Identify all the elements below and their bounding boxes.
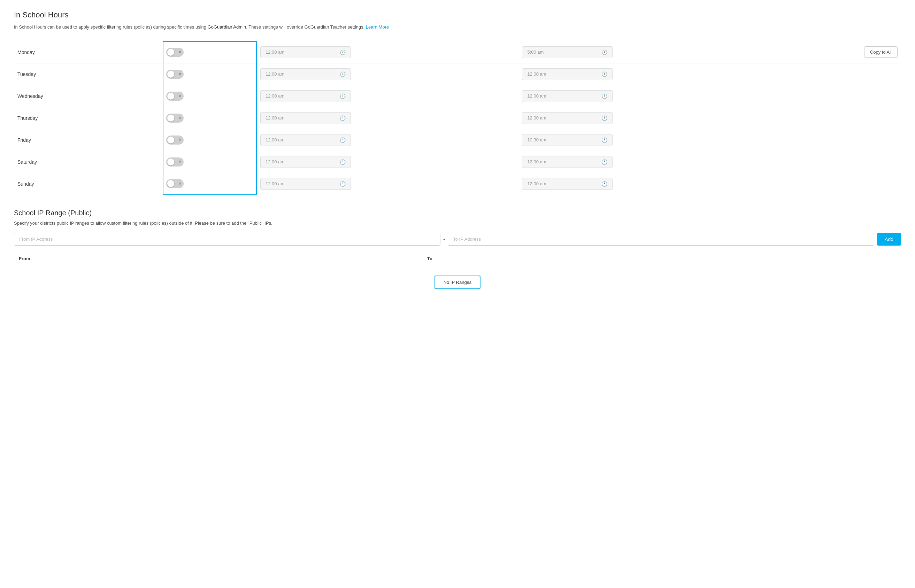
end-time-cell-tuesday: 12:00 am 🕐 <box>519 63 780 85</box>
schedule-row-saturday: Saturday ✕ 12:00 am 🕐 <box>14 151 901 173</box>
copy-to-all-button[interactable]: Copy to All <box>864 46 897 58</box>
copy-cell-tuesday <box>780 63 901 85</box>
start-time-input-thursday[interactable]: 12:00 am 🕐 <box>260 112 351 124</box>
day-label-sunday: Sunday <box>14 173 163 195</box>
toggle-cell-friday: ✕ <box>163 129 257 151</box>
day-label-friday: Friday <box>14 129 163 151</box>
toggle-cell-wednesday: ✕ <box>163 85 257 107</box>
toggle-cell-tuesday: ✕ <box>163 63 257 85</box>
to-ip-input[interactable] <box>448 233 874 246</box>
copy-cell-monday: Copy to All <box>780 42 901 63</box>
schedule-row-thursday: Thursday ✕ 12:00 am 🕐 <box>14 107 901 129</box>
start-time-input-tuesday[interactable]: 12:00 am 🕐 <box>260 68 351 80</box>
end-time-input-thursday[interactable]: 12:00 am 🕐 <box>522 112 613 124</box>
clock-icon-start-saturday: 🕐 <box>340 159 346 165</box>
end-time-input-friday[interactable]: 10:30 am 🕐 <box>522 134 613 146</box>
clock-icon-start-wednesday: 🕐 <box>340 94 346 99</box>
day-label-thursday: Thursday <box>14 107 163 129</box>
to-column-header: To <box>422 252 712 265</box>
start-time-input-wednesday[interactable]: 12:00 am 🕐 <box>260 90 351 102</box>
schedule-table: Monday ✕ 12:00 am 🕐 <box>14 41 901 195</box>
ip-range-description: Specify your districts public IP ranges … <box>14 221 901 226</box>
clock-icon-end-saturday: 🕐 <box>601 159 607 165</box>
start-time-input-saturday[interactable]: 12:00 am 🕐 <box>260 156 351 168</box>
end-time-input-saturday[interactable]: 12:00 am 🕐 <box>522 156 613 168</box>
copy-cell-saturday <box>780 151 901 173</box>
no-ip-box: No IP Ranges <box>19 268 896 296</box>
toggle-saturday[interactable]: ✕ <box>166 157 184 166</box>
toggle-sunday[interactable]: ✕ <box>166 179 184 188</box>
day-label-saturday: Saturday <box>14 151 163 173</box>
clock-icon-start-tuesday: 🕐 <box>340 71 346 77</box>
end-time-cell-wednesday: 12:00 am 🕐 <box>519 85 780 107</box>
end-time-input-monday[interactable]: 5:00 am 🕐 <box>522 46 613 58</box>
schedule-row-monday: Monday ✕ 12:00 am 🕐 <box>14 42 901 63</box>
clock-icon-end-friday: 🕐 <box>601 137 607 143</box>
clock-icon-start-friday: 🕐 <box>340 137 346 143</box>
toggle-cell-monday: ✕ <box>163 42 257 63</box>
day-label-wednesday: Wednesday <box>14 85 163 107</box>
start-time-cell-friday: 12:00 am 🕐 <box>257 129 519 151</box>
start-time-cell-monday: 12:00 am 🕐 <box>257 42 519 63</box>
end-time-cell-saturday: 12:00 am 🕐 <box>519 151 780 173</box>
end-time-input-tuesday[interactable]: 12:00 am 🕐 <box>522 68 613 80</box>
end-time-cell-thursday: 12:00 am 🕐 <box>519 107 780 129</box>
day-label-monday: Monday <box>14 42 163 63</box>
ip-range-title: School IP Range (Public) <box>14 209 901 217</box>
start-time-cell-wednesday: 12:00 am 🕐 <box>257 85 519 107</box>
toggle-thursday[interactable]: ✕ <box>166 113 184 123</box>
end-time-cell-friday: 10:30 am 🕐 <box>519 129 780 151</box>
page-title: In School Hours <box>14 10 901 19</box>
start-time-input-monday[interactable]: 12:00 am 🕐 <box>260 46 351 58</box>
end-time-cell-sunday: 12:00 am 🕐 <box>519 173 780 195</box>
clock-icon-start-monday: 🕐 <box>340 50 346 55</box>
no-ip-ranges-button[interactable]: No IP Ranges <box>435 276 481 289</box>
start-time-cell-sunday: 12:00 am 🕐 <box>257 173 519 195</box>
start-time-cell-thursday: 12:00 am 🕐 <box>257 107 519 129</box>
learn-more-link[interactable]: Learn More <box>366 24 389 30</box>
ip-separator: - <box>443 236 445 242</box>
clock-icon-end-wednesday: 🕐 <box>601 94 607 99</box>
from-ip-input[interactable] <box>14 233 440 246</box>
toggle-friday[interactable]: ✕ <box>166 136 184 145</box>
day-label-tuesday: Tuesday <box>14 63 163 85</box>
copy-cell-friday <box>780 129 901 151</box>
clock-icon-end-thursday: 🕐 <box>601 115 607 121</box>
toggle-wednesday[interactable]: ✕ <box>166 92 184 101</box>
toggle-cell-thursday: ✕ <box>163 107 257 129</box>
start-time-cell-saturday: 12:00 am 🕐 <box>257 151 519 173</box>
clock-icon-start-sunday: 🕐 <box>340 181 346 187</box>
add-ip-button[interactable]: Add <box>877 233 901 246</box>
schedule-row-wednesday: Wednesday ✕ 12:00 am 🕐 <box>14 85 901 107</box>
clock-icon-end-tuesday: 🕐 <box>601 71 607 77</box>
schedule-row-tuesday: Tuesday ✕ 12:00 am 🕐 <box>14 63 901 85</box>
clock-icon-end-sunday: 🕐 <box>601 181 607 187</box>
end-time-input-sunday[interactable]: 12:00 am 🕐 <box>522 178 613 190</box>
start-time-input-sunday[interactable]: 12:00 am 🕐 <box>260 178 351 190</box>
ip-table: From To No IP Ranges <box>14 252 901 300</box>
toggle-cell-saturday: ✕ <box>163 151 257 173</box>
toggle-monday[interactable]: ✕ <box>166 48 184 57</box>
clock-icon-end-monday: 🕐 <box>601 50 607 55</box>
toggle-cell-sunday: ✕ <box>163 173 257 195</box>
end-time-input-wednesday[interactable]: 12:00 am 🕐 <box>522 90 613 102</box>
start-time-input-friday[interactable]: 12:00 am 🕐 <box>260 134 351 146</box>
from-column-header: From <box>14 252 422 265</box>
admin-link[interactable]: GoGuardian Admin <box>208 24 246 30</box>
schedule-row-friday: Friday ✕ 12:00 am 🕐 <box>14 129 901 151</box>
copy-cell-sunday <box>780 173 901 195</box>
start-time-cell-tuesday: 12:00 am 🕐 <box>257 63 519 85</box>
toggle-tuesday[interactable]: ✕ <box>166 69 184 79</box>
copy-cell-wednesday <box>780 85 901 107</box>
ip-form: - Add <box>14 233 901 246</box>
copy-cell-thursday <box>780 107 901 129</box>
schedule-row-sunday: Sunday ✕ 12:00 am 🕐 <box>14 173 901 195</box>
page-description: In School Hours can be used to apply spe… <box>14 24 901 31</box>
end-time-cell-monday: 5:00 am 🕐 <box>519 42 780 63</box>
clock-icon-start-thursday: 🕐 <box>340 115 346 121</box>
